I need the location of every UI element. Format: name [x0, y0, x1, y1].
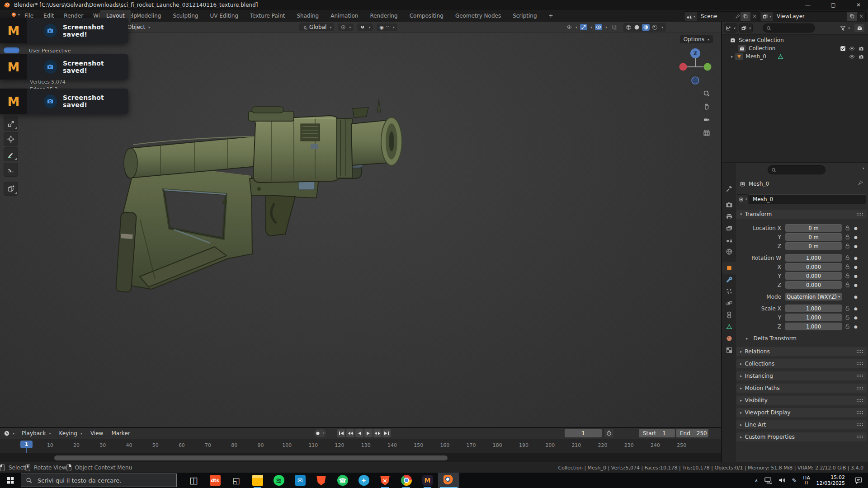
shading-solid-icon[interactable] — [634, 24, 640, 30]
tool-annotate-button[interactable] — [4, 147, 18, 161]
animate-dot-icon[interactable]: ● — [854, 315, 858, 320]
outliner-label[interactable]: Mesh_0 — [746, 53, 766, 60]
taskbar-app-button[interactable]: ☎ — [332, 473, 353, 488]
lock-icon[interactable] — [845, 324, 850, 329]
tool-measure-button[interactable] — [4, 163, 18, 177]
animate-dot-icon[interactable]: ● — [854, 265, 858, 269]
value-field[interactable]: 0 m ▾ — [785, 233, 842, 241]
shading-dropdown-icon[interactable]: ▾ — [661, 25, 663, 29]
animate-dot-icon[interactable]: ● — [854, 295, 858, 299]
blender-menu-button[interactable]: ▾ — [10, 11, 20, 18]
timeline-scrollbar-thumb[interactable] — [54, 455, 448, 460]
outliner-row-scene-collection[interactable]: Scene Collection — [722, 36, 868, 44]
lock-icon[interactable] — [845, 243, 850, 249]
collapsed-section[interactable]: ▸ Custom Properties — [736, 432, 867, 441]
transform-panel-header[interactable]: ▾ Transform — [736, 210, 867, 219]
object-name-field[interactable]: Mesh_0 — [749, 194, 866, 204]
timeline-menu[interactable]: Keying ▾ — [59, 430, 82, 436]
properties-tab[interactable] — [722, 183, 736, 194]
properties-tab[interactable] — [722, 246, 736, 258]
taskbar-app-button[interactable] — [311, 473, 332, 488]
value-field[interactable]: Quaternion (WXYZ) ▾ — [785, 293, 842, 300]
play-reverse-button[interactable] — [355, 429, 363, 437]
properties-tab[interactable] — [722, 199, 736, 211]
drag-dots-icon[interactable] — [856, 374, 863, 378]
drag-dots-icon[interactable] — [856, 386, 863, 390]
taskbar-search[interactable] — [21, 474, 177, 487]
lock-icon[interactable] — [845, 305, 850, 311]
new-viewlayer-icon[interactable] — [847, 12, 857, 21]
orthographic-toggle-icon[interactable] — [702, 128, 712, 138]
drag-dots-icon[interactable] — [856, 362, 863, 366]
collapsed-section[interactable]: ▸ Visibility — [736, 396, 867, 405]
taskbar-app-button[interactable]: M — [417, 473, 438, 488]
expand-caret-icon[interactable]: ▸ — [731, 54, 733, 59]
editor-type-dropdown[interactable]: ▾ — [4, 430, 14, 436]
properties-tab[interactable] — [722, 222, 736, 234]
prev-keyframe-button[interactable] — [346, 429, 354, 437]
taskbar-app-button[interactable] — [247, 473, 268, 488]
gizmos-toggle[interactable]: ▾ — [580, 24, 592, 30]
xray-toggle[interactable] — [612, 24, 618, 30]
close-button[interactable]: ✕ — [852, 2, 865, 8]
shading-rendered-icon[interactable] — [652, 24, 658, 30]
workspace-tab[interactable]: + — [543, 10, 559, 22]
viewlayer-selector[interactable]: ▾ ViewLayer × — [760, 11, 866, 21]
animate-dot-icon[interactable]: ● — [854, 324, 858, 329]
outliner-label[interactable]: Scene Collection — [739, 37, 784, 43]
lock-icon[interactable] — [845, 282, 850, 288]
remove-viewlayer-icon[interactable]: × — [857, 13, 865, 19]
viewport-3d[interactable]: Object ▾ Global ▾ ▾ ▾ ◉ ◠ ▾ — [0, 22, 722, 427]
value-field[interactable]: 1.000 ▾ — [785, 314, 842, 321]
value-field[interactable]: 1.000 ▾ — [785, 254, 842, 262]
drag-dots-icon[interactable] — [856, 435, 863, 439]
taskbar-app-button[interactable] — [396, 473, 417, 488]
workspace-tab[interactable]: Animation — [325, 10, 364, 22]
outliner-label[interactable]: Collection — [749, 45, 775, 52]
new-collection-button[interactable] — [854, 24, 864, 32]
taskbar-app-button[interactable]: ◫ — [183, 473, 204, 488]
pan-hand-icon[interactable] — [702, 102, 712, 112]
camera-visibility-icon[interactable] — [858, 54, 864, 60]
workspace-tab[interactable]: Shading — [291, 10, 325, 22]
workspace-tab[interactable]: Modeling — [131, 10, 167, 22]
timeline-menu[interactable]: Playback ▾ — [22, 430, 51, 436]
properties-tab[interactable] — [722, 234, 736, 246]
overlays-toggle[interactable]: ▾ — [595, 24, 607, 30]
outliner-filter-type-dropdown[interactable]: ▾ — [739, 23, 753, 33]
value-field[interactable]: 1.000 ▾ — [785, 323, 842, 330]
collapsed-section[interactable]: ▸ Viewport Display — [736, 408, 867, 417]
unlink-scene-icon[interactable]: × — [750, 13, 759, 19]
navigation-gizmo[interactable]: Z — [676, 43, 714, 87]
timeline-ruler[interactable]: 1020304050607080901001101201301401501601… — [0, 439, 721, 453]
viewlayer-icon[interactable]: ▾ — [760, 12, 773, 21]
end-frame-field[interactable]: End 250 — [676, 429, 708, 437]
pin-icon[interactable] — [858, 180, 863, 186]
maximize-button[interactable]: ▢ — [826, 2, 840, 8]
lock-icon[interactable] — [845, 314, 850, 320]
minimize-button[interactable]: — — [801, 2, 815, 8]
scene-selector[interactable]: ▾ Scene × — [684, 11, 759, 21]
use-preview-range-icon[interactable] — [604, 429, 613, 437]
value-field[interactable]: 0.000 ▾ — [785, 272, 842, 280]
clock[interactable]: 15:02 12/03/2025 — [816, 474, 845, 486]
lock-icon[interactable] — [845, 264, 850, 270]
auto-keying-button[interactable]: ▾ — [314, 429, 326, 437]
jump-to-start-button[interactable] — [337, 429, 345, 437]
start-frame-field[interactable]: Start 1 — [639, 429, 675, 437]
zoom-icon[interactable] — [702, 89, 712, 99]
collapsed-section[interactable]: ▸ Line Art — [736, 420, 867, 429]
pin-icon[interactable] — [735, 14, 741, 19]
properties-tab[interactable] — [722, 262, 736, 274]
value-field[interactable]: 0.000 ▾ — [785, 281, 842, 289]
lock-icon[interactable] — [845, 273, 850, 279]
hide-eye-icon[interactable] — [849, 54, 855, 60]
lock-icon[interactable] — [845, 225, 850, 231]
outliner-search-input[interactable] — [763, 23, 815, 33]
gizmo-minus-z-axis[interactable] — [692, 77, 699, 84]
animate-dot-icon[interactable]: ● — [854, 274, 858, 278]
outliner-row-collection[interactable]: Collection — [722, 44, 868, 52]
timeline-scrollbar-track[interactable] — [0, 453, 721, 463]
camera-view-icon[interactable] — [702, 115, 712, 125]
notification-center-icon[interactable] — [855, 477, 863, 484]
